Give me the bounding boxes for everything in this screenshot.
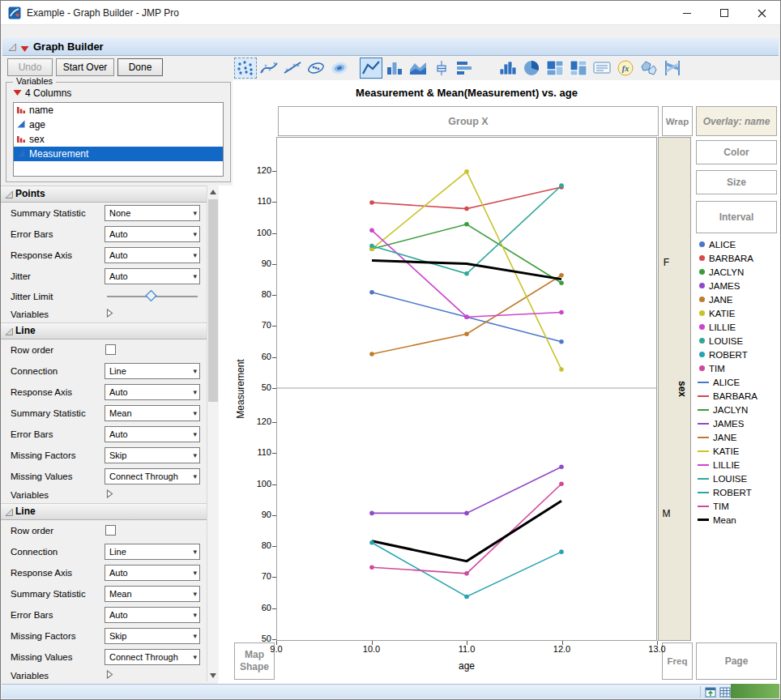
- home-window-icon[interactable]: [705, 686, 716, 698]
- histogram-chart-icon[interactable]: [497, 58, 519, 79]
- legend-item-louise-line[interactable]: LOUISE: [698, 472, 780, 485]
- treemap-chart-icon[interactable]: [544, 58, 566, 79]
- error-bars-select[interactable]: Auto▾: [105, 426, 200, 442]
- missing-factors-select[interactable]: Skip▾: [105, 447, 200, 463]
- mosaic-chart-icon[interactable]: [567, 58, 590, 79]
- plot-area[interactable]: [276, 137, 657, 641]
- disclosure-triangle-icon[interactable]: [106, 489, 113, 502]
- line-chart-icon[interactable]: [360, 58, 382, 79]
- error-bars-select[interactable]: Auto▾: [105, 226, 200, 242]
- legend-item-tim-points[interactable]: TIM: [698, 361, 780, 375]
- done-button[interactable]: Done: [117, 58, 163, 76]
- plot-canvas[interactable]: [277, 138, 656, 640]
- legend-item-barbara-line[interactable]: BARBARA: [698, 389, 780, 403]
- legend-item-louise-points[interactable]: LOUISE: [698, 334, 780, 348]
- summary-statistic-select[interactable]: Mean▾: [105, 586, 200, 602]
- legend-item-jaclyn-line[interactable]: JACLYN: [698, 403, 780, 416]
- area-chart-icon[interactable]: [407, 58, 429, 79]
- missing-values-select[interactable]: Connect Through▾: [105, 468, 200, 484]
- legend-item-alice-points[interactable]: ALICE: [698, 237, 780, 251]
- variable-item-sex[interactable]: sex: [14, 132, 223, 147]
- parallel-plot-chart-icon[interactable]: [661, 58, 684, 79]
- connection-select[interactable]: Line▾: [105, 363, 200, 379]
- group-x-dropzone[interactable]: Group X: [278, 106, 659, 136]
- wrap-dropzone[interactable]: Wrap: [662, 106, 693, 136]
- scroll-up-icon[interactable]: [207, 186, 219, 198]
- freq-dropzone[interactable]: Freq: [662, 642, 693, 680]
- legend-item-tim-line[interactable]: TIM: [698, 499, 780, 513]
- summary-statistic-select[interactable]: Mean▾: [105, 405, 200, 421]
- legend-item-lillie-line[interactable]: LILLIE: [698, 458, 780, 472]
- contour-chart-icon[interactable]: [328, 58, 351, 79]
- variable-label: name: [29, 105, 53, 116]
- scroll-down-icon[interactable]: [207, 669, 219, 681]
- response-axis-select[interactable]: Auto▾: [105, 565, 200, 581]
- map-shapes-chart-icon[interactable]: [638, 58, 660, 79]
- map-shape-dropzone[interactable]: Map Shape: [234, 642, 275, 680]
- variable-item-name[interactable]: name: [14, 103, 223, 117]
- legend-item-james-points[interactable]: JAMES: [698, 279, 780, 292]
- prop-label: Missing Values: [11, 652, 73, 662]
- red-triangle-menu-icon[interactable]: [20, 44, 29, 55]
- y-axis-label[interactable]: Measurement: [235, 359, 246, 418]
- legend-item-katie-line[interactable]: KATIE: [698, 444, 780, 458]
- size-dropzone[interactable]: Size: [696, 170, 777, 194]
- error-bars-select[interactable]: Auto▾: [105, 607, 200, 623]
- jitter-limit-slider[interactable]: [105, 289, 200, 304]
- legend-item-barbara-points[interactable]: BARBARA: [698, 251, 780, 265]
- caption-box-chart-icon[interactable]: [591, 58, 613, 79]
- points-chart-icon[interactable]: [234, 58, 257, 79]
- scrollbar-thumb[interactable]: [208, 199, 218, 402]
- missing-factors-select[interactable]: Skip▾: [105, 628, 200, 644]
- row-order-checkbox[interactable]: [105, 344, 116, 355]
- summary-statistic-select[interactable]: None▾: [105, 205, 200, 221]
- interval-bars-chart-icon[interactable]: [454, 58, 476, 79]
- undo-button[interactable]: Undo: [7, 58, 53, 76]
- collapse-triangle-icon[interactable]: [7, 42, 17, 54]
- legend-item-mean-line[interactable]: Mean: [698, 513, 780, 527]
- data-table-icon[interactable]: [719, 686, 731, 698]
- legend-item-jaclyn-points[interactable]: JACLYN: [698, 265, 780, 279]
- maximize-button[interactable]: [706, 1, 743, 25]
- red-triangle-menu-icon[interactable]: [13, 88, 22, 99]
- overlay-dropzone[interactable]: Overlay: name: [696, 106, 777, 136]
- connection-select[interactable]: Line▾: [105, 544, 200, 560]
- legend-item-alice-line[interactable]: ALICE: [698, 375, 780, 389]
- missing-values-select[interactable]: Connect Through▾: [105, 649, 200, 665]
- variable-item-age[interactable]: age: [14, 117, 223, 132]
- disclosure-triangle-icon[interactable]: [106, 309, 113, 321]
- smoother-chart-icon[interactable]: [258, 58, 280, 79]
- x-axis-label[interactable]: age: [276, 660, 657, 672]
- bar-chart-icon[interactable]: [383, 58, 406, 79]
- color-dropzone[interactable]: Color: [696, 140, 777, 164]
- box-plot-chart-icon[interactable]: [430, 58, 453, 79]
- legend-item-james-line[interactable]: JAMES: [698, 416, 780, 430]
- page-dropzone[interactable]: Page: [696, 642, 777, 680]
- section-header-line-2[interactable]: Line: [1, 503, 207, 520]
- row-order-checkbox[interactable]: [105, 525, 116, 536]
- legend-item-katie-points[interactable]: KATIE: [698, 306, 780, 320]
- statusbar-separator: [700, 686, 701, 698]
- legend-item-robert-line[interactable]: ROBERT: [698, 485, 780, 499]
- response-axis-select[interactable]: Auto▾: [105, 247, 200, 263]
- columns-header[interactable]: 4 Columns: [13, 88, 71, 99]
- pie-chart-icon[interactable]: [520, 58, 543, 79]
- start-over-button[interactable]: Start Over: [56, 58, 114, 76]
- minimize-button[interactable]: [668, 1, 706, 25]
- formula-chart-icon[interactable]: fx: [614, 58, 637, 79]
- properties-scrollbar[interactable]: [207, 186, 219, 681]
- close-button[interactable]: [743, 1, 780, 25]
- section-header-line-1[interactable]: Line: [1, 322, 207, 339]
- response-axis-select[interactable]: Auto▾: [105, 384, 200, 400]
- variable-item-measurement[interactable]: Measurement: [14, 147, 223, 161]
- interval-dropzone[interactable]: Interval: [696, 201, 777, 233]
- legend-item-lillie-points[interactable]: LILLIE: [698, 320, 780, 334]
- legend-item-jane-points[interactable]: JANE: [698, 292, 780, 306]
- legend-item-jane-line[interactable]: JANE: [698, 430, 780, 444]
- legend-item-robert-points[interactable]: ROBERT: [698, 348, 780, 361]
- ellipse-chart-icon[interactable]: [305, 58, 327, 79]
- line-of-fit-chart-icon[interactable]: [281, 58, 304, 79]
- section-header-points-0[interactable]: Points: [1, 186, 207, 203]
- disclosure-triangle-icon[interactable]: [106, 670, 113, 682]
- jitter-select[interactable]: Auto▾: [105, 268, 200, 284]
